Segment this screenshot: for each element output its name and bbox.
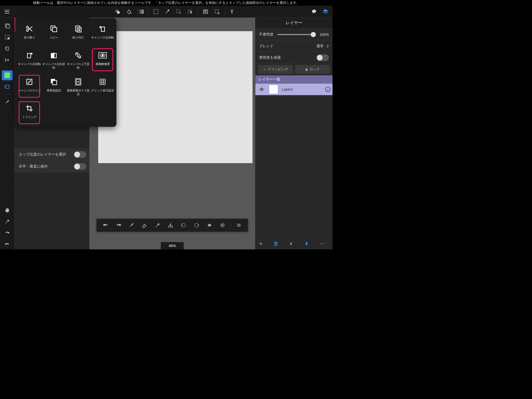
select-rect-icon[interactable] <box>150 6 161 17</box>
svg-point-26 <box>320 243 321 244</box>
manga-guide-icon <box>71 76 85 87</box>
crop-icon <box>23 103 36 114</box>
save-button[interactable] <box>164 219 177 232</box>
rotate-cw-button[interactable] <box>190 219 203 232</box>
edit-manga-guide[interactable]: 漫画原稿ガイド設定 <box>66 75 90 98</box>
edit-flip-h[interactable]: キャンバス左右反転 <box>42 48 66 71</box>
edit-bg-color[interactable]: 背景色設定 <box>42 75 66 98</box>
layer-protect-row[interactable]: 透明度を保護 <box>255 52 332 63</box>
svg-rect-9 <box>203 12 208 14</box>
svg-rect-43 <box>27 79 32 84</box>
toggle-protect-alpha[interactable] <box>316 54 329 61</box>
quick-toolbar <box>97 219 248 232</box>
add-layer-icon[interactable] <box>258 241 268 247</box>
svg-point-29 <box>26 26 29 28</box>
edit-flip-v[interactable]: キャンバス上下反転 <box>66 48 90 71</box>
rotate-view-icon[interactable] <box>2 44 13 54</box>
edit-resolution[interactable]: 画像解像度 <box>90 48 115 71</box>
chat-icon[interactable] <box>309 6 320 17</box>
resolution-icon <box>96 50 109 61</box>
edit-rotate-right[interactable]: キャンバス右回転 <box>17 48 42 71</box>
layer-down-icon[interactable] <box>304 241 315 246</box>
hand-icon[interactable] <box>2 205 13 215</box>
layer-footer <box>255 237 332 249</box>
opacity-slider[interactable] <box>277 34 316 35</box>
toggle-tap-layer[interactable] <box>74 151 86 158</box>
svg-rect-17 <box>6 47 8 50</box>
svg-point-42 <box>102 55 103 56</box>
canvas[interactable] <box>98 31 252 163</box>
brush-button[interactable] <box>125 219 138 232</box>
menu-icon[interactable] <box>2 6 12 17</box>
move-tool-icon[interactable] <box>2 70 13 80</box>
select-pen-icon[interactable] <box>173 6 184 17</box>
text-icon[interactable]: T <box>227 6 238 17</box>
layer-up-icon[interactable] <box>289 241 299 246</box>
bg-color-icon <box>47 76 61 87</box>
eraser-button[interactable] <box>138 219 151 232</box>
divide-icon[interactable] <box>200 6 211 17</box>
layer-list-header: レイヤー一覧 <box>255 75 332 84</box>
layer-blend-row[interactable]: ブレンド 通常 <box>255 41 332 52</box>
edit-menu-icon[interactable] <box>2 21 13 31</box>
edit-trimming[interactable]: トリミング <box>17 101 42 124</box>
protect-label: 透明度を保護 <box>259 55 281 60</box>
brush-icon[interactable] <box>2 97 13 107</box>
svg-rect-36 <box>28 54 31 58</box>
visibility-icon[interactable] <box>255 87 268 92</box>
lock-button[interactable]: ロック <box>295 65 330 74</box>
delete-layer-icon[interactable] <box>273 241 284 247</box>
guide-icon[interactable] <box>2 55 13 65</box>
clipping-button[interactable]: クリッピング <box>258 65 293 74</box>
svg-point-2 <box>131 12 132 14</box>
top-toolbar: T <box>0 6 332 18</box>
undo-button[interactable] <box>99 219 112 232</box>
edit-rotate-left[interactable]: キャンバス左回転 <box>90 22 115 45</box>
layer-more-icon[interactable] <box>320 243 330 245</box>
transform-icon[interactable] <box>211 6 222 17</box>
edit-canvas-size[interactable]: キャンバスサイズ <box>17 75 42 98</box>
canvas-fit-icon[interactable] <box>2 82 13 92</box>
svg-rect-16 <box>7 37 9 39</box>
edit-paste[interactable]: 貼り付け <box>66 22 90 45</box>
layers-icon[interactable] <box>320 6 331 17</box>
layer-info-icon[interactable] <box>323 87 332 92</box>
rotate-ccw-button[interactable] <box>177 219 190 232</box>
undo-icon[interactable] <box>2 240 13 249</box>
reset-view-button[interactable] <box>216 219 229 232</box>
option-hv-constrain[interactable]: 水平・垂直に操作 <box>15 161 89 172</box>
svg-rect-10 <box>215 10 218 13</box>
flip-button[interactable] <box>203 219 216 232</box>
zoom-indicator[interactable]: 46% <box>161 242 184 249</box>
svg-rect-18 <box>5 85 9 89</box>
selection-icon[interactable] <box>2 32 13 42</box>
bucket-icon[interactable] <box>124 6 135 17</box>
eyedropper-icon[interactable] <box>2 217 13 227</box>
svg-rect-40 <box>99 52 107 58</box>
layer-name: Layer1 <box>279 87 323 91</box>
svg-point-1 <box>117 11 120 14</box>
quickbar-menu-icon[interactable] <box>232 219 245 232</box>
circle-overlap-icon[interactable] <box>112 6 123 17</box>
layer-opacity-row[interactable]: 不透明度 100% <box>255 29 332 41</box>
select-eraser-icon[interactable] <box>185 6 196 17</box>
svg-rect-35 <box>101 27 105 32</box>
flip-h-icon <box>47 50 61 61</box>
svg-rect-7 <box>203 10 205 11</box>
layer-item[interactable]: Layer1 <box>255 84 332 95</box>
toggle-hv-constrain[interactable] <box>74 163 86 170</box>
rotate-right-icon <box>23 50 36 61</box>
lock-label: ロック <box>310 67 320 72</box>
redo-button[interactable] <box>112 219 125 232</box>
layer-panel-title: レイヤー <box>255 18 332 29</box>
gradient-icon[interactable] <box>135 6 146 17</box>
eyedropper-button[interactable] <box>151 219 164 232</box>
wand-icon[interactable] <box>162 6 173 17</box>
redo-icon[interactable] <box>2 228 13 238</box>
edit-grid[interactable]: グリッド表示設定 <box>90 75 115 98</box>
opacity-label: 不透明度 <box>259 32 274 37</box>
edit-cut[interactable]: 切り取り <box>17 22 42 45</box>
svg-text:T: T <box>230 9 234 14</box>
edit-copy[interactable]: コピー <box>42 22 66 45</box>
option-tap-layer[interactable]: タップ位置のレイヤーを選択 <box>15 149 89 161</box>
